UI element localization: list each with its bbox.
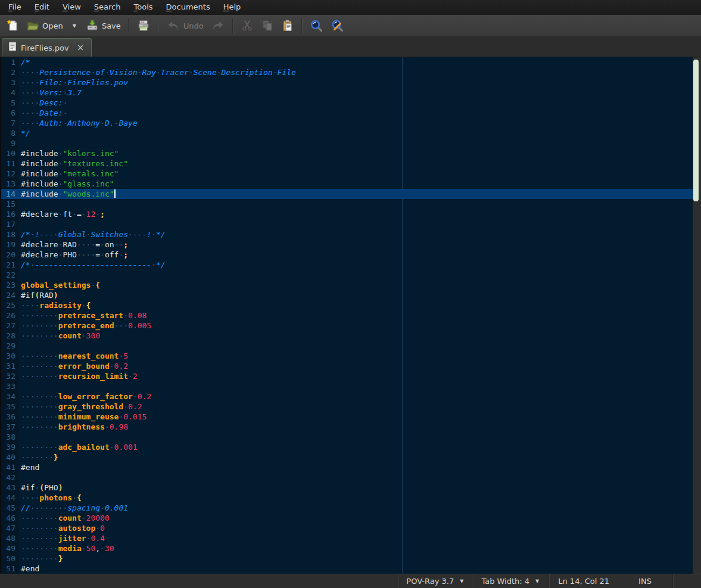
cut-button[interactable] [237,17,257,34]
toolbar-separator [128,18,129,33]
toolbar-separator [232,18,233,33]
undo-button[interactable]: Undo [163,17,207,34]
line-number: 32 [1,371,18,381]
line-number: 33 [1,381,18,391]
save-button[interactable]: Save [82,17,124,34]
line-number: 49 [1,543,18,553]
line-number: 38 [1,432,18,442]
line-number: 27 [1,321,18,331]
search-icon [310,19,323,33]
copy-button[interactable] [257,17,278,34]
overwrite-mode: INS [618,577,672,586]
code-line: ········low_error_factor·0.2 [18,391,693,402]
new-document-button[interactable] [2,17,23,34]
line-number: 20 [1,250,18,260]
code-line [18,219,693,229]
line-number: 19 [1,239,18,250]
code-line: #declare·RAD····=·on··; [18,239,693,250]
code-line: ····Vers:·3.7 [18,88,693,98]
code-line: ········pretrace_start·0.08 [18,310,693,321]
open-button[interactable]: Open [23,17,67,34]
line-number: 45 [1,503,18,513]
code-line: /*·-------------------------·*/ [18,260,693,270]
code-line: #if(RAD) [18,290,693,300]
line-number: 23 [1,280,18,290]
text-editor[interactable]: 1234567891011121314151617181920212223242… [0,57,701,574]
menu-search[interactable]: Search [88,0,127,15]
line-number: 15 [1,199,18,209]
code-line: ········} [18,553,693,564]
code-line: ········jitter·0.4 [18,533,693,543]
code-line [18,381,693,391]
code-lines[interactable]: /*····Persistence·of·Vision·Ray·Tracer·S… [18,57,693,574]
tab-width-selector[interactable]: Tab Width: 4 ▼ [474,574,549,588]
code-line: #include·"glass.inc" [18,179,693,189]
line-number: 21 [1,260,18,270]
code-line: ········count·300 [18,331,693,341]
code-line: #end [18,564,693,574]
code-line: ········autostop·0 [18,523,693,533]
line-number: 37 [1,422,18,432]
code-line [18,270,693,280]
code-line: #if·(PHO) [18,483,693,493]
line-number: 47 [1,523,18,533]
line-number: 25 [1,300,18,310]
line-number: 40 [1,452,18,462]
menu-help[interactable]: Help [217,0,248,15]
search-replace-icon [331,19,344,33]
open-dropdown-button[interactable]: ▼ [67,21,82,30]
line-number: 6 [1,108,18,118]
line-number: 5 [1,98,18,108]
line-number: 30 [1,351,18,361]
language-selector[interactable]: POV-Ray 3.7 ▼ [399,574,473,588]
line-number: 39 [1,442,18,452]
open-folder-icon [26,19,39,32]
editor-window: FileEditViewSearchToolsDocumentsHelp Ope… [0,0,701,588]
code-line: #include·"kolors.inc" [18,148,693,158]
scrollbar-track[interactable] [693,57,701,574]
code-line [18,341,693,351]
line-number: 29 [1,341,18,351]
code-line [18,199,693,209]
redo-button[interactable] [207,17,229,34]
line-number: 10 [1,148,18,158]
language-label: POV-Ray 3.7 [406,577,454,586]
line-number: 11 [1,158,18,169]
menu-edit[interactable]: Edit [28,0,56,15]
code-line: ········pretrace_end···0.005 [18,321,693,331]
tab-fireflies[interactable]: FireFlies.pov × [2,38,92,57]
new-document-icon [6,19,19,32]
code-line: #include·"woods.inc" [18,189,693,199]
resize-grip [674,574,701,588]
line-number: 28 [1,331,18,341]
print-button[interactable] [133,17,154,34]
line-number: 1 [1,57,18,67]
line-number: 36 [1,412,18,422]
print-icon [136,19,151,32]
toolbar-separator [301,18,303,33]
save-button-label: Save [102,21,121,30]
find-replace-button[interactable] [327,17,348,35]
text-cursor [114,189,116,198]
find-button[interactable] [306,17,327,35]
line-number: 34 [1,391,18,402]
menu-tools[interactable]: Tools [127,0,160,15]
line-number: 41 [1,462,18,472]
cut-icon [241,19,254,32]
line-number: 3 [1,77,18,88]
scrollbar-thumb[interactable] [693,60,699,201]
code-line: ········recursion_limit·2 [18,371,693,381]
paste-button[interactable] [278,17,298,34]
menu-view[interactable]: View [56,0,88,15]
code-line: ····Persistence·of·Vision·Ray·Tracer·Sce… [18,67,693,77]
line-number: 42 [1,472,18,483]
close-icon[interactable]: × [76,43,86,52]
line-number: 2 [1,67,18,77]
menu-documents[interactable]: Documents [160,0,217,15]
code-line [18,472,693,483]
menu-file[interactable]: File [2,0,28,15]
code-line: #include·"textures.inc" [18,158,693,169]
line-number: 8 [1,128,18,138]
line-number: 24 [1,290,18,300]
statusbar: POV-Ray 3.7 ▼ Tab Width: 4 ▼ Ln 14, Col … [0,574,701,588]
